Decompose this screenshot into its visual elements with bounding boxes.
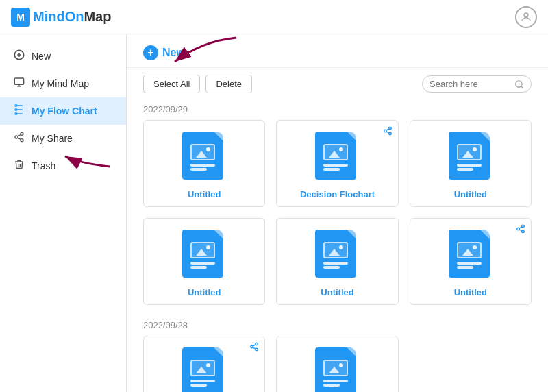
sidebar-item-my-share[interactable]: My Share — [0, 125, 126, 152]
action-left: Select All Delete — [143, 75, 252, 93]
card-doc-icon — [182, 132, 226, 182]
sidebar-item-trash[interactable]: Trash — [0, 152, 126, 180]
sidebar: New My Mind Map My Flow Chart My Share T… — [0, 34, 127, 392]
svg-point-10 — [21, 132, 23, 135]
card-doc-icon-8 — [315, 347, 359, 392]
logo-icon: M — [11, 8, 30, 27]
new-plus-icon: + — [143, 45, 158, 60]
card-share-icon-6 — [516, 224, 525, 236]
card-untitled-5[interactable]: Untitled — [276, 218, 398, 305]
main-content: + New Select All Delete — [127, 34, 548, 392]
card-doc-icon-6 — [449, 230, 493, 280]
card-share-icon — [383, 126, 393, 138]
search-icon — [514, 79, 524, 89]
card-drd[interactable]: DRD — [143, 336, 265, 392]
action-bar: Select All Delete — [127, 68, 548, 100]
sidebar-share-label: My Share — [32, 133, 73, 144]
svg-point-21 — [388, 132, 391, 135]
sidebar-flowchart-label: My Flow Chart — [32, 106, 97, 117]
logo-mind: MindOnMap — [33, 9, 111, 25]
search-input[interactable] — [429, 79, 512, 89]
card-untitled-4[interactable]: Untitled — [143, 218, 265, 305]
svg-point-29 — [256, 343, 258, 345]
card-untitled-1[interactable]: Untitled — [143, 120, 265, 207]
card-label-5: Untitled — [321, 287, 353, 297]
card-label-3: Untitled — [454, 189, 487, 199]
card-untitled-6[interactable]: Untitled — [410, 218, 532, 305]
svg-line-33 — [253, 345, 256, 346]
card-decision-flochart[interactable]: Decision Flochart — [276, 120, 398, 207]
card-untitled-3[interactable]: Untitled — [410, 120, 532, 207]
select-all-button[interactable]: Select All — [143, 75, 200, 93]
search-box[interactable] — [422, 75, 532, 93]
header: M MindOnMap — [0, 0, 548, 34]
sidebar-mindmap-label: My Mind Map — [32, 78, 89, 89]
card-share-icon-7 — [249, 342, 259, 354]
plus-icon — [14, 49, 25, 63]
svg-line-18 — [521, 86, 523, 88]
svg-point-30 — [251, 345, 253, 348]
svg-line-13 — [18, 138, 21, 140]
card-doc-icon-5 — [315, 230, 359, 280]
svg-point-19 — [388, 127, 391, 130]
card-untitled-8[interactable]: Untitled — [276, 336, 398, 392]
svg-rect-4 — [14, 78, 23, 84]
svg-line-32 — [253, 347, 256, 349]
svg-line-27 — [519, 230, 522, 231]
svg-point-11 — [15, 136, 18, 138]
svg-line-14 — [18, 134, 21, 136]
svg-point-26 — [522, 230, 525, 233]
svg-line-22 — [386, 132, 389, 133]
new-button-label: New — [162, 47, 185, 59]
layout: New My Mind Map My Flow Chart My Share T… — [0, 34, 548, 392]
svg-point-7 — [15, 105, 17, 107]
top-bar: + New — [127, 34, 548, 68]
svg-line-23 — [386, 129, 389, 130]
trash-icon — [14, 159, 25, 173]
sidebar-item-my-mind-map[interactable]: My Mind Map — [0, 70, 126, 97]
card-label-2: Decision Flochart — [300, 189, 375, 199]
card-doc-icon-7 — [182, 347, 226, 392]
flowchart-icon — [14, 104, 25, 118]
svg-point-20 — [384, 130, 386, 132]
section-date-1: 2022/09/29 — [127, 100, 548, 120]
delete-button[interactable]: Delete — [206, 75, 252, 93]
card-label: Untitled — [188, 189, 221, 199]
svg-line-28 — [519, 227, 522, 228]
card-label-6: Untitled — [454, 287, 487, 297]
card-doc-icon-4 — [182, 230, 226, 280]
card-doc-icon-2 — [315, 132, 359, 182]
new-button[interactable]: + New — [143, 45, 185, 60]
grid-section-1: Untitled — [127, 120, 548, 218]
section-date-2: 2022/09/28 — [127, 316, 548, 336]
svg-point-8 — [15, 109, 17, 111]
svg-point-25 — [517, 228, 520, 230]
user-avatar[interactable] — [515, 6, 537, 28]
svg-point-0 — [524, 13, 528, 17]
mindmap-icon — [14, 77, 25, 90]
card-doc-icon-3 — [449, 132, 493, 182]
sidebar-trash-label: Trash — [32, 160, 55, 171]
sidebar-item-my-flow-chart[interactable]: My Flow Chart — [0, 97, 126, 125]
svg-point-31 — [256, 348, 258, 351]
grid-section-2: Untitled Untitled — [127, 218, 548, 316]
logo: M MindOnMap — [11, 8, 111, 27]
share-icon — [14, 132, 25, 145]
svg-point-24 — [522, 225, 525, 228]
svg-point-17 — [516, 80, 522, 86]
card-label-4: Untitled — [188, 287, 221, 297]
sidebar-item-new[interactable]: New — [0, 42, 126, 70]
grid-section-3: DRD Untitled — [127, 336, 548, 392]
sidebar-new-label: New — [32, 51, 51, 62]
svg-point-12 — [21, 139, 23, 142]
svg-point-9 — [15, 113, 17, 115]
